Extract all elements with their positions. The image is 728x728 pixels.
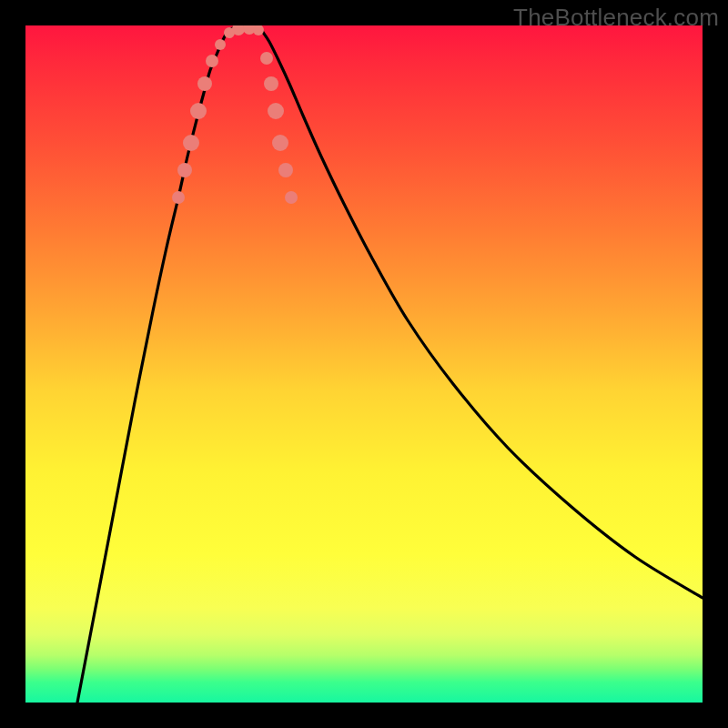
node-right-3: [268, 103, 284, 119]
node-right-1: [278, 163, 293, 177]
node-right-0: [285, 191, 298, 204]
node-right-5: [260, 52, 273, 65]
node-left-5: [206, 55, 218, 67]
series-left-branch: [77, 31, 228, 703]
node-left-1: [177, 163, 192, 177]
node-left-2: [183, 135, 199, 151]
node-right-2: [272, 135, 288, 151]
node-left-3: [190, 103, 207, 119]
plot-area: [25, 25, 703, 703]
chart-frame: TheBottleneck.com: [0, 0, 728, 728]
curve-layer: [25, 25, 703, 703]
nodes-group: [172, 25, 298, 204]
series-right-branch: [262, 31, 703, 598]
node-left-0: [172, 191, 185, 204]
node-right-4: [264, 76, 278, 91]
node-left-4: [197, 76, 212, 91]
curves-group: [77, 26, 703, 703]
node-bottom-3: [253, 25, 264, 35]
node-left-6: [215, 39, 226, 50]
